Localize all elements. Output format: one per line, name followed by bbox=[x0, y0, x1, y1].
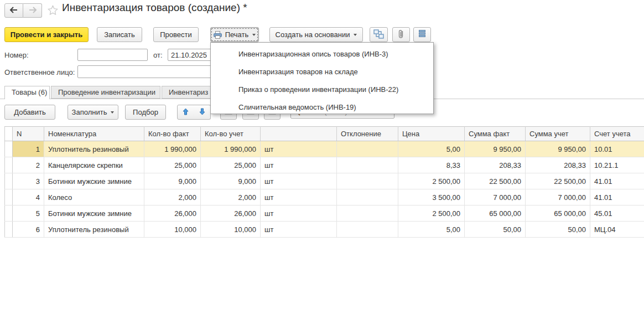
column-header-sum-acc[interactable]: Сумма учет bbox=[526, 127, 590, 141]
cell-sum-fact[interactable]: 9 950,00 bbox=[465, 141, 526, 157]
column-header-unit[interactable] bbox=[261, 127, 337, 141]
cell-qty-acc[interactable]: 9,000 bbox=[201, 173, 261, 189]
add-row-button[interactable]: Добавить bbox=[4, 105, 55, 120]
fill-menu-button[interactable]: Заполнить bbox=[67, 105, 118, 120]
move-row-down-button[interactable] bbox=[194, 105, 211, 120]
print-menu-button[interactable]: Печать bbox=[210, 27, 259, 42]
cell-qty-acc[interactable]: 26,000 bbox=[201, 205, 261, 222]
register-records-button[interactable] bbox=[413, 27, 431, 42]
cell-deviation[interactable] bbox=[337, 173, 398, 189]
cell-deviation[interactable] bbox=[337, 222, 398, 238]
cell-unit[interactable]: шт bbox=[261, 141, 337, 157]
pick-button[interactable]: Подбор bbox=[125, 105, 166, 120]
cell-nomenclature[interactable]: Уплотнитель резиновый bbox=[44, 222, 144, 238]
cell-unit[interactable]: шт bbox=[261, 157, 337, 173]
attachments-button[interactable] bbox=[392, 27, 410, 42]
table-row[interactable]: 1 Уплотнитель резиновый 1 990,000 1 990,… bbox=[5, 141, 644, 157]
cell-unit[interactable]: шт bbox=[261, 173, 337, 189]
tab-inventory-execution[interactable]: Проведение инвентаризации bbox=[51, 86, 160, 99]
cell-qty-acc[interactable]: 10,000 bbox=[201, 222, 261, 238]
related-documents-button[interactable] bbox=[370, 27, 388, 42]
cell-n[interactable]: 1 bbox=[13, 141, 44, 157]
cell-qty-fact[interactable]: 25,000 bbox=[144, 157, 201, 173]
cell-qty-acc[interactable]: 1 990,000 bbox=[201, 141, 261, 157]
cell-n[interactable]: 3 bbox=[13, 173, 44, 189]
menu-item-inv19[interactable]: Сличительная ведомость (ИНВ-19) bbox=[211, 99, 433, 116]
cell-account[interactable]: 41.01 bbox=[590, 173, 644, 189]
cell-n[interactable]: 2 bbox=[13, 157, 44, 173]
post-button[interactable]: Провести bbox=[153, 27, 199, 42]
printer-icon bbox=[214, 31, 222, 39]
cell-price[interactable]: 5,00 bbox=[398, 222, 465, 238]
cell-n[interactable]: 4 bbox=[13, 189, 44, 205]
tab-goods[interactable]: Товары (6) bbox=[4, 86, 50, 99]
cell-account[interactable]: 45.01 bbox=[590, 205, 644, 222]
cell-deviation[interactable] bbox=[337, 157, 398, 173]
cell-qty-fact[interactable]: 2,000 bbox=[144, 189, 201, 205]
cell-nomenclature[interactable]: Ботинки мужские зимние bbox=[44, 205, 144, 222]
cell-nomenclature[interactable]: Ботинки мужские зимние bbox=[44, 173, 144, 189]
cell-sum-fact[interactable]: 65 000,00 bbox=[465, 205, 526, 222]
table-row[interactable]: 4 Колесо 2,000 2,000 шт 3 500,00 7 000,0… bbox=[5, 189, 644, 205]
cell-deviation[interactable] bbox=[337, 141, 398, 157]
cell-qty-fact[interactable]: 9,000 bbox=[144, 173, 201, 189]
cell-qty-acc[interactable]: 25,000 bbox=[201, 157, 261, 173]
back-button[interactable] bbox=[4, 3, 23, 18]
table-row[interactable]: 5 Ботинки мужские зимние 26,000 26,000 ш… bbox=[5, 205, 644, 222]
cell-deviation[interactable] bbox=[337, 189, 398, 205]
cell-account[interactable]: МЦ.04 bbox=[590, 222, 644, 238]
menu-item-inv3[interactable]: Инвентаризационная опись товаров (ИНВ-3) bbox=[211, 45, 433, 63]
cell-sum-fact[interactable]: 7 000,00 bbox=[465, 189, 526, 205]
cell-sum-acc[interactable]: 65 000,00 bbox=[526, 205, 590, 222]
forward-button[interactable] bbox=[23, 3, 42, 18]
cell-price[interactable]: 5,00 bbox=[398, 141, 465, 157]
column-header-price[interactable]: Цена bbox=[398, 127, 465, 141]
cell-price[interactable]: 2 500,00 bbox=[398, 205, 465, 222]
column-header-deviation[interactable]: Отклонение bbox=[337, 127, 398, 141]
cell-qty-fact[interactable]: 1 990,000 bbox=[144, 141, 201, 157]
menu-item-inv22[interactable]: Приказ о проведении инвентаризации (ИНВ-… bbox=[211, 81, 433, 99]
number-input[interactable] bbox=[77, 49, 148, 61]
cell-sum-fact[interactable]: 22 500,00 bbox=[465, 173, 526, 189]
cell-sum-fact[interactable]: 50,00 bbox=[465, 222, 526, 238]
save-button[interactable]: Записать bbox=[97, 27, 142, 42]
cell-nomenclature[interactable]: Колесо bbox=[44, 189, 144, 205]
cell-nomenclature[interactable]: Уплотнитель резиновый bbox=[44, 141, 144, 157]
cell-unit[interactable]: шт bbox=[261, 205, 337, 222]
cell-sum-acc[interactable]: 22 500,00 bbox=[526, 173, 590, 189]
create-based-on-button[interactable]: Создать на основании bbox=[269, 27, 363, 42]
cell-qty-fact[interactable]: 10,000 bbox=[144, 222, 201, 238]
cell-account[interactable]: 10.21.1 bbox=[590, 157, 644, 173]
move-row-up-button[interactable] bbox=[177, 105, 194, 120]
cell-n[interactable]: 6 bbox=[13, 222, 44, 238]
cell-qty-acc[interactable]: 2,000 bbox=[201, 189, 261, 205]
column-header-n[interactable]: N bbox=[13, 127, 44, 141]
cell-price[interactable]: 3 500,00 bbox=[398, 189, 465, 205]
cell-n[interactable]: 5 bbox=[13, 205, 44, 222]
column-header-nomenclature[interactable]: Номенклатура bbox=[44, 127, 144, 141]
table-row[interactable]: 6 Уплотнитель резиновый 10,000 10,000 шт… bbox=[5, 222, 644, 238]
cell-account[interactable]: 10.01 bbox=[590, 141, 644, 157]
cell-unit[interactable]: шт bbox=[261, 222, 337, 238]
table-row[interactable]: 2 Канцелярские скрепки 25,000 25,000 шт … bbox=[5, 157, 644, 173]
cell-sum-acc[interactable]: 50,00 bbox=[526, 222, 590, 238]
table-row[interactable]: 3 Ботинки мужские зимние 9,000 9,000 шт … bbox=[5, 173, 644, 189]
cell-qty-fact[interactable]: 26,000 bbox=[144, 205, 201, 222]
cell-account[interactable]: 41.01 bbox=[590, 189, 644, 205]
menu-item-warehouse-inventory[interactable]: Инвентаризация товаров на складе bbox=[211, 63, 433, 81]
column-header-qty-fact[interactable]: Кол-во факт bbox=[144, 127, 201, 141]
column-header-qty-acc[interactable]: Кол-во учет bbox=[201, 127, 261, 141]
column-header-sum-fact[interactable]: Сумма факт bbox=[465, 127, 526, 141]
cell-nomenclature[interactable]: Канцелярские скрепки bbox=[44, 157, 144, 173]
cell-price[interactable]: 2 500,00 bbox=[398, 173, 465, 189]
column-header-account[interactable]: Счет учета bbox=[590, 127, 644, 141]
post-and-close-button[interactable]: Провести и закрыть bbox=[4, 27, 89, 42]
cell-sum-acc[interactable]: 7 000,00 bbox=[526, 189, 590, 205]
cell-price[interactable]: 8,33 bbox=[398, 157, 465, 173]
cell-unit[interactable]: шт bbox=[261, 189, 337, 205]
cell-sum-acc[interactable]: 9 950,00 bbox=[526, 141, 590, 157]
cell-deviation[interactable] bbox=[337, 205, 398, 222]
favorite-star-icon[interactable] bbox=[48, 5, 58, 17]
cell-sum-acc[interactable]: 208,33 bbox=[526, 157, 590, 173]
cell-sum-fact[interactable]: 208,33 bbox=[465, 157, 526, 173]
